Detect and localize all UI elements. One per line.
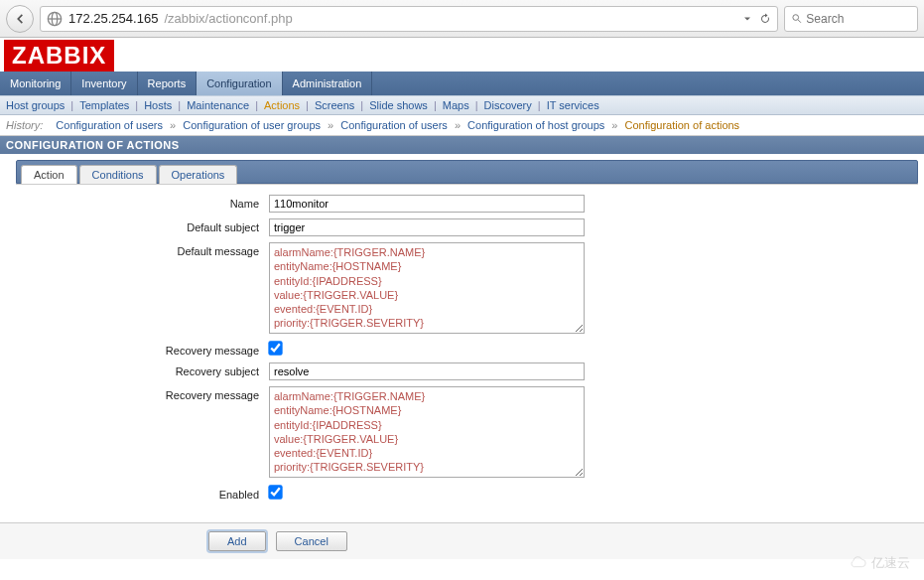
- name-input[interactable]: [269, 195, 585, 213]
- history-link[interactable]: Configuration of users: [56, 119, 163, 131]
- main-nav: MonitoringInventoryReportsConfigurationA…: [0, 72, 924, 95]
- browser-search-input[interactable]: [806, 12, 911, 26]
- history-link[interactable]: Configuration of host groups: [467, 119, 604, 131]
- sub-tab-discovery[interactable]: Discovery: [484, 99, 532, 111]
- url-host: 172.25.254.165: [68, 11, 158, 26]
- add-button[interactable]: Add: [208, 531, 266, 551]
- sub-tab-maps[interactable]: Maps: [443, 99, 469, 111]
- recovery-message-checkbox-label: Recovery message: [16, 342, 269, 357]
- sub-tab-templates[interactable]: Templates: [79, 99, 129, 111]
- sub-tab-it-services[interactable]: IT services: [547, 99, 599, 111]
- cancel-button[interactable]: Cancel: [276, 531, 347, 551]
- default-subject-input[interactable]: [269, 218, 585, 236]
- back-button[interactable]: [6, 5, 34, 33]
- main-tab-reports[interactable]: Reports: [138, 72, 198, 95]
- main-tab-configuration[interactable]: Configuration: [197, 72, 282, 95]
- history-link[interactable]: Configuration of user groups: [183, 119, 321, 131]
- history-link[interactable]: Configuration of actions: [625, 119, 740, 131]
- browser-toolbar: 172.25.254.165/zabbix/actionconf.php: [0, 0, 924, 38]
- browser-search[interactable]: [784, 6, 918, 32]
- sub-tab-slide-shows[interactable]: Slide shows: [369, 99, 428, 111]
- enabled-checkbox[interactable]: [268, 485, 282, 499]
- recovery-subject-input[interactable]: [269, 362, 585, 380]
- sub-tab-screens[interactable]: Screens: [315, 99, 354, 111]
- name-label: Name: [16, 195, 269, 210]
- main-tab-inventory[interactable]: Inventory: [71, 72, 137, 95]
- url-path: /zabbix/actionconf.php: [164, 11, 292, 26]
- sub-tab-maintenance[interactable]: Maintenance: [187, 99, 249, 111]
- default-message-label: Default message: [16, 242, 269, 257]
- sub-tab-actions[interactable]: Actions: [264, 99, 300, 111]
- sub-tab-host-groups[interactable]: Host groups: [6, 99, 65, 111]
- footer-bar: Add Cancel: [0, 522, 924, 559]
- recovery-subject-label: Recovery subject: [16, 362, 269, 377]
- form-area: Name Default subject Default message ala…: [16, 184, 918, 516]
- form-tab-operations[interactable]: Operations: [159, 165, 238, 184]
- form-tab-conditions[interactable]: Conditions: [79, 165, 157, 184]
- main-tab-administration[interactable]: Administration: [283, 72, 373, 95]
- logo-bar: ZABBIX: [0, 38, 924, 72]
- back-arrow-icon: [13, 12, 27, 26]
- recovery-message-textarea[interactable]: alarmName:{TRIGGER.NAME} entityName:{HOS…: [269, 386, 585, 478]
- svg-point-3: [793, 15, 799, 21]
- search-icon: [791, 12, 802, 25]
- form-tabs: ActionConditionsOperations: [16, 160, 918, 184]
- sub-nav: Host groups|Templates|Hosts|Maintenance|…: [0, 95, 924, 115]
- history-bar: History: Configuration of users » Config…: [0, 115, 924, 136]
- history-link[interactable]: Configuration of users: [340, 119, 448, 131]
- history-label: History:: [6, 119, 43, 131]
- page-title: CONFIGURATION OF ACTIONS: [0, 136, 924, 154]
- recovery-message-checkbox[interactable]: [268, 341, 282, 355]
- default-message-textarea[interactable]: alarmName:{TRIGGER.NAME} entityName:{HOS…: [269, 242, 585, 334]
- cloud-icon: [846, 556, 867, 559]
- reload-icon[interactable]: [759, 13, 771, 25]
- watermark: 亿速云: [846, 554, 910, 559]
- zabbix-logo[interactable]: ZABBIX: [4, 40, 114, 72]
- default-subject-label: Default subject: [16, 218, 269, 233]
- recovery-message-label: Recovery message: [16, 386, 269, 401]
- sub-tab-hosts[interactable]: Hosts: [144, 99, 172, 111]
- globe-icon: [47, 11, 63, 27]
- main-tab-monitoring[interactable]: Monitoring: [0, 72, 71, 95]
- form-tab-action[interactable]: Action: [21, 165, 77, 184]
- dropdown-icon[interactable]: [741, 13, 753, 25]
- enabled-label: Enabled: [16, 486, 269, 501]
- url-bar[interactable]: 172.25.254.165/zabbix/actionconf.php: [40, 6, 778, 32]
- svg-line-4: [798, 20, 801, 23]
